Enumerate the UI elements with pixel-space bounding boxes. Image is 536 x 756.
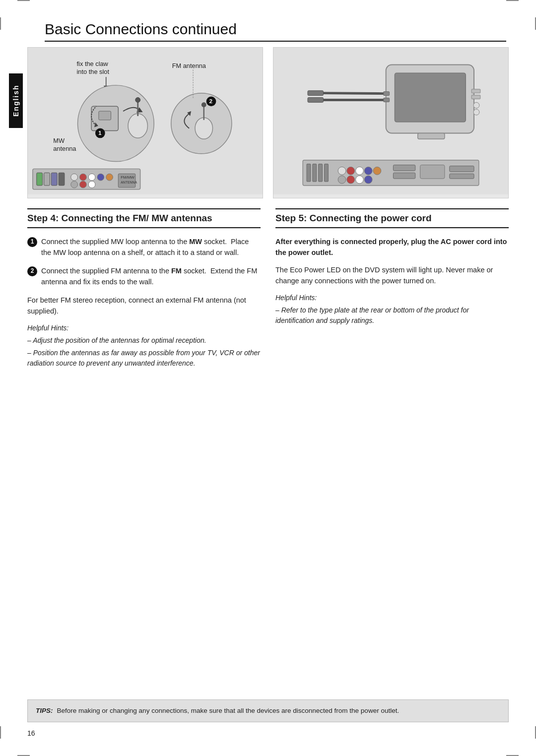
step4-helpful-hints-label: Helpful Hints: xyxy=(27,323,261,334)
svg-rect-59 xyxy=(324,164,328,182)
svg-point-63 xyxy=(364,167,372,175)
svg-rect-51 xyxy=(471,89,480,93)
svg-point-65 xyxy=(338,176,346,184)
svg-text:MW: MW xyxy=(53,137,65,144)
svg-rect-57 xyxy=(313,164,317,182)
svg-point-32 xyxy=(97,174,104,181)
left-diagram-svg: fix the claw into the slot 1 MW xyxy=(28,48,263,194)
step-number-2: 2 xyxy=(27,266,37,276)
crop-mark-lt xyxy=(0,17,1,30)
step4-column: Step 4: Connecting the FM/ MW antennas 1… xyxy=(27,208,261,371)
svg-rect-72 xyxy=(450,166,474,172)
svg-rect-58 xyxy=(319,164,323,182)
svg-point-34 xyxy=(71,181,78,188)
svg-point-30 xyxy=(79,174,86,181)
left-diagram: fix the claw into the slot 1 MW xyxy=(27,47,263,198)
svg-rect-44 xyxy=(418,133,445,139)
svg-point-18 xyxy=(201,102,206,107)
crop-mark-lb xyxy=(0,726,1,739)
svg-rect-70 xyxy=(393,173,415,179)
svg-rect-46 xyxy=(384,98,390,102)
svg-point-9 xyxy=(135,98,140,103)
step4-item2: 2 Connect the supplied FM antenna to the… xyxy=(27,265,261,288)
step5-helpful-hints-label: Helpful Hints: xyxy=(275,293,509,304)
page-number: 16 xyxy=(27,729,35,737)
svg-rect-55 xyxy=(303,160,479,186)
step4-hint2: – Position the antennas as far away as p… xyxy=(27,348,261,369)
diagrams-row: fix the claw into the slot 1 MW xyxy=(27,47,509,198)
tips-bar: TIPS: Before making or changing any conn… xyxy=(27,699,509,722)
svg-point-53 xyxy=(473,102,479,108)
tips-text: Before making or changing any connection… xyxy=(57,706,400,716)
svg-point-61 xyxy=(347,167,355,175)
svg-point-35 xyxy=(79,181,86,188)
svg-rect-69 xyxy=(393,165,415,171)
svg-rect-50 xyxy=(308,98,324,103)
svg-point-62 xyxy=(356,167,364,175)
svg-text:2: 2 xyxy=(209,98,213,105)
svg-text:antenna: antenna xyxy=(53,145,76,152)
svg-point-68 xyxy=(364,176,372,184)
svg-rect-56 xyxy=(307,164,311,182)
svg-point-67 xyxy=(356,176,364,184)
step4-para: For better FM stereo reception, connect … xyxy=(27,295,261,317)
svg-rect-25 xyxy=(37,173,43,186)
svg-text:1: 1 xyxy=(98,129,102,136)
svg-text:FM/MW: FM/MW xyxy=(121,175,134,180)
svg-rect-49 xyxy=(308,91,324,96)
crop-mark-tl xyxy=(17,0,30,1)
svg-point-29 xyxy=(71,174,78,181)
step4-item1: 1 Connect the supplied MW loop antenna t… xyxy=(27,236,261,258)
svg-point-66 xyxy=(347,176,355,184)
step-number-1: 1 xyxy=(27,237,37,247)
svg-text:FM antenna: FM antenna xyxy=(172,62,206,69)
svg-point-36 xyxy=(88,181,95,188)
label-into-slot: into the slot xyxy=(77,68,110,75)
svg-point-31 xyxy=(88,174,95,181)
svg-rect-52 xyxy=(471,95,480,99)
step5-hint1: – Refer to the type plate at the rear or… xyxy=(275,305,509,326)
right-diagram-svg: TV xyxy=(273,48,508,194)
svg-point-54 xyxy=(473,109,479,115)
steps-row: Step 4: Connecting the FM/ MW antennas 1… xyxy=(27,208,509,371)
step5-para: The Eco Power LED on the DVD system will… xyxy=(275,264,509,287)
svg-rect-28 xyxy=(59,173,65,186)
svg-point-64 xyxy=(373,167,381,175)
step4-hint1: – Adjust the position of the antennas fo… xyxy=(27,335,261,346)
svg-rect-26 xyxy=(44,173,50,186)
svg-point-33 xyxy=(106,174,113,181)
svg-point-60 xyxy=(338,167,346,175)
svg-point-16 xyxy=(195,118,212,139)
svg-rect-73 xyxy=(450,174,474,179)
svg-rect-5 xyxy=(99,111,111,120)
svg-point-7 xyxy=(128,114,147,138)
svg-rect-43 xyxy=(395,73,466,122)
step5-heading: Step 5: Connecting the power cord xyxy=(275,208,509,228)
svg-rect-27 xyxy=(51,173,57,186)
step5-content: After everything is connected properly, … xyxy=(275,236,509,326)
svg-line-47 xyxy=(323,93,384,94)
right-diagram: TV xyxy=(273,47,509,198)
svg-text:ANTENNA: ANTENNA xyxy=(121,181,137,184)
svg-rect-71 xyxy=(420,165,445,179)
svg-rect-45 xyxy=(384,92,390,96)
step4-heading: Step 4: Connecting the FM/ MW antennas xyxy=(27,208,261,228)
step5-column: Step 5: Connecting the power cord After … xyxy=(275,208,509,371)
language-tab: English xyxy=(9,73,23,128)
step5-bold-text: After everything is connected properly, … xyxy=(275,236,509,258)
page-title-area: Basic Connections continued xyxy=(45,21,506,42)
label-fix-claw: fix the claw xyxy=(77,60,109,67)
crop-mark-tr xyxy=(506,0,519,1)
page-title: Basic Connections continued xyxy=(45,21,506,42)
step4-content: 1 Connect the supplied MW loop antenna t… xyxy=(27,236,261,369)
tips-label: TIPS: xyxy=(36,706,53,716)
